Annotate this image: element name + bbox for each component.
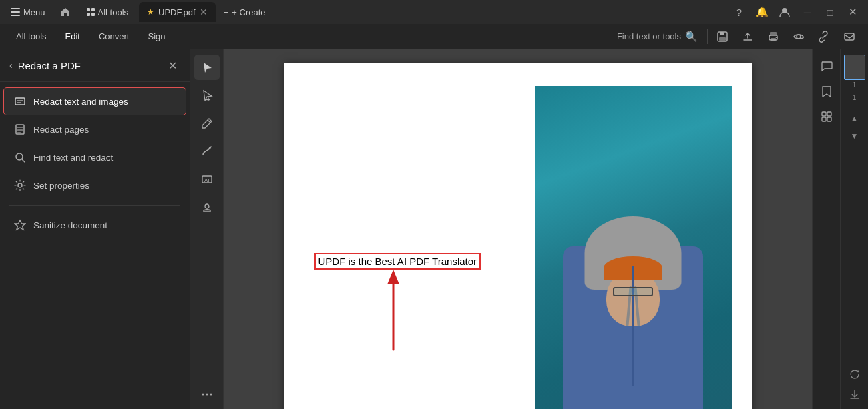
- pen-tool-button[interactable]: [194, 111, 220, 136]
- sidebar-divider: [9, 205, 180, 206]
- add-tool-button[interactable]: [194, 83, 220, 108]
- mail-button[interactable]: [839, 26, 860, 47]
- svg-rect-16: [17, 132, 21, 133]
- svg-rect-10: [15, 98, 25, 105]
- sidebar-item-redact-text-images[interactable]: Redact text and images: [4, 88, 186, 115]
- svg-point-23: [205, 204, 209, 208]
- menu-edit[interactable]: Edit: [57, 28, 88, 45]
- tab-label: UPDF.pdf: [158, 7, 196, 17]
- find-text-redact-label: Find text and redact: [33, 153, 113, 163]
- svg-rect-6: [771, 38, 776, 41]
- svg-rect-31: [822, 117, 826, 121]
- svg-rect-14: [17, 127, 23, 128]
- divider-1: [707, 29, 708, 44]
- sidebar-title: Redact a PDF: [18, 60, 81, 71]
- svg-rect-9: [845, 33, 854, 40]
- menu-convert[interactable]: Convert: [91, 28, 138, 45]
- svg-point-19: [18, 183, 22, 187]
- main-content: ‹ Redact a PDF ✕ Redact text and images: [0, 49, 868, 409]
- select-tool-button[interactable]: [194, 55, 220, 80]
- menu-button[interactable]: Menu: [5, 5, 51, 20]
- menu-label: Menu: [23, 7, 45, 17]
- save-button[interactable]: [712, 26, 733, 47]
- pdf-highlighted-text: UPDF is the Best AI PDF Translator: [314, 253, 481, 270]
- svg-point-25: [206, 394, 208, 396]
- sidebar: ‹ Redact a PDF ✕ Redact text and images: [0, 49, 190, 409]
- grid-icon: [87, 8, 95, 16]
- sidebar-items: Redact text and images Redact pages: [0, 82, 190, 244]
- page-number-label: 1: [853, 81, 857, 89]
- sidebar-back-button[interactable]: ‹ Redact a PDF: [9, 60, 81, 71]
- grid-view-button[interactable]: [815, 105, 838, 128]
- sanitize-icon: [13, 218, 27, 232]
- hamburger-icon: [11, 8, 20, 16]
- sanitize-document-label: Sanitize document: [33, 220, 107, 230]
- right-panel: [812, 49, 840, 409]
- all-tools-label: All tools: [98, 7, 129, 17]
- menu-sign[interactable]: Sign: [140, 28, 173, 45]
- sidebar-header: ‹ Redact a PDF ✕: [0, 49, 190, 82]
- svg-rect-30: [827, 112, 831, 116]
- menu-bar-right: Find text or tools 🔍: [612, 26, 860, 47]
- minimize-button[interactable]: ─: [797, 3, 817, 21]
- page-up-button[interactable]: ▲: [845, 111, 864, 127]
- sidebar-item-redact-pages[interactable]: Redact pages: [4, 116, 186, 143]
- refresh-button[interactable]: [845, 365, 864, 384]
- find-tools-input[interactable]: Find text or tools 🔍: [612, 28, 703, 45]
- chat-button[interactable]: [815, 55, 838, 77]
- close-button[interactable]: ✕: [843, 3, 863, 21]
- print-button[interactable]: [763, 26, 784, 47]
- svg-line-20: [208, 120, 210, 123]
- svg-point-24: [202, 394, 204, 396]
- search-icon: 🔍: [685, 31, 698, 43]
- bookmark-button[interactable]: [815, 80, 838, 103]
- page-count-label: 1: [853, 94, 857, 101]
- set-properties-label: Set properties: [33, 181, 89, 191]
- page-thumbnail-1[interactable]: [844, 55, 865, 80]
- more-tools-button[interactable]: [194, 385, 220, 404]
- link-button[interactable]: [813, 26, 835, 47]
- find-tools-label: Find text or tools: [617, 31, 681, 41]
- download-button[interactable]: [845, 385, 864, 404]
- text-box-tool-button[interactable]: AI: [194, 167, 220, 192]
- menu-bar: All tools Edit Convert Sign Find text or…: [0, 24, 868, 49]
- help-button[interactable]: ?: [729, 3, 749, 21]
- pdf-image: [535, 86, 732, 409]
- home-button[interactable]: [55, 4, 76, 20]
- title-bar: Menu All tools ★ UPDF.pdf ✕ + + Create: [0, 0, 868, 24]
- svg-rect-3: [719, 37, 726, 41]
- plus-icon: +: [224, 7, 229, 17]
- redact-pages-label: Redact pages: [33, 125, 89, 135]
- find-redact-icon: [13, 151, 27, 164]
- properties-icon: [13, 179, 27, 192]
- sidebar-item-set-properties[interactable]: Set properties: [4, 172, 186, 199]
- maximize-button[interactable]: □: [820, 3, 840, 21]
- svg-rect-29: [822, 112, 826, 116]
- tab-updf[interactable]: ★ UPDF.pdf ✕: [139, 2, 216, 22]
- stamp-tool-button[interactable]: [194, 195, 220, 220]
- pdf-area: UPDF is the Best AI PDF Translator: [224, 49, 812, 409]
- pdf-arrow: [383, 270, 403, 359]
- svg-line-18: [22, 159, 25, 162]
- sidebar-item-find-text-redact[interactable]: Find text and redact: [4, 144, 186, 171]
- svg-point-7: [776, 37, 777, 38]
- redact-pages-icon: [13, 123, 27, 136]
- page-down-button[interactable]: ▼: [845, 128, 864, 144]
- cloud-upload-button[interactable]: [737, 26, 758, 47]
- sidebar-close-button[interactable]: ✕: [164, 57, 180, 73]
- user-button[interactable]: [775, 3, 795, 21]
- notification-button[interactable]: 🔔: [752, 3, 772, 21]
- page-panel: 1 1 ▲ ▼: [840, 49, 868, 409]
- menu-all-tools[interactable]: All tools: [8, 28, 55, 45]
- tab-close-icon[interactable]: ✕: [200, 7, 208, 17]
- curve-tool-button[interactable]: [194, 139, 220, 164]
- tool-panel: AI: [190, 49, 224, 409]
- view-button[interactable]: [788, 26, 809, 47]
- create-label: + Create: [232, 7, 265, 17]
- sidebar-item-sanitize-document[interactable]: Sanitize document: [4, 212, 186, 238]
- all-tools-button[interactable]: All tools: [80, 5, 136, 20]
- new-tab-button[interactable]: + + Create: [217, 5, 272, 20]
- tab-area: ★ UPDF.pdf ✕ + + Create: [139, 2, 272, 22]
- title-bar-left: Menu All tools ★ UPDF.pdf ✕ + + Create: [5, 2, 726, 22]
- svg-marker-28: [387, 270, 399, 284]
